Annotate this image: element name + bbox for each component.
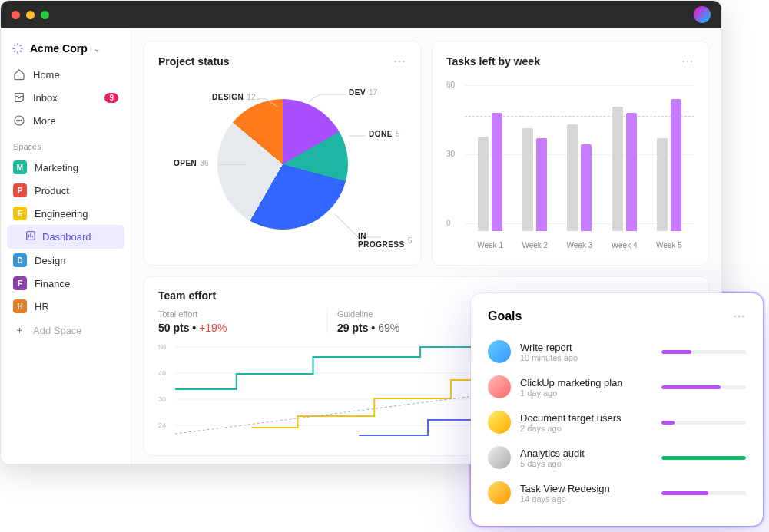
pie-design-value: 12 <box>247 93 255 101</box>
goal-progress <box>661 421 746 425</box>
space-icon: F <box>13 276 27 290</box>
goal-item[interactable]: Document target users 2 days ago <box>488 405 746 440</box>
team-effort-title: Team effort <box>158 289 216 302</box>
bar-group <box>567 124 592 231</box>
line-y-50: 50 <box>158 343 166 351</box>
sidebar-space-marketing[interactable]: MMarketing <box>7 156 124 179</box>
bar-y-30: 30 <box>446 150 455 158</box>
org-switcher[interactable]: Acme Corp ⌄ <box>7 39 124 62</box>
goal-item[interactable]: Write report 10 minutes ago <box>488 334 746 369</box>
goal-item[interactable]: Task View Redesign 14 days ago <box>488 475 746 511</box>
goal-name: Document target users <box>520 412 652 424</box>
close-window-button[interactable] <box>12 11 20 19</box>
goal-progress-fill <box>661 350 691 354</box>
goal-progress-fill <box>661 421 675 425</box>
bar-x-label: Week 4 <box>612 241 638 249</box>
goal-name: Analytics audit <box>520 448 652 459</box>
nav-inbox[interactable]: Inbox 9 <box>7 87 124 108</box>
sidebar-space-hr[interactable]: HHR <box>7 295 124 318</box>
goal-name: Write report <box>520 342 652 353</box>
pie-open-label: OPEN <box>174 159 197 167</box>
bar-x-label: Week 2 <box>522 241 548 249</box>
total-effort-pct: +19% <box>199 322 227 334</box>
goals-menu-button[interactable]: ⋯ <box>733 309 746 323</box>
pie-done-label: DONE <box>369 130 393 138</box>
line-y-30: 30 <box>158 395 166 403</box>
bar-chart: 60 30 0 Week 1Week 2Week 3Week 4Week 5 <box>446 76 694 253</box>
space-icon: H <box>13 299 27 313</box>
goal-item[interactable]: ClickUp marketing plan 1 day ago <box>488 369 746 405</box>
nav-more-label: More <box>33 115 56 127</box>
chevron-down-icon: ⌄ <box>94 45 100 53</box>
pie-chart: DEV17 DONE5 IN PROGRESS5 OPEN36 DESIGN12 <box>158 76 406 253</box>
space-label: HR <box>35 301 49 312</box>
space-label: Finance <box>35 278 70 289</box>
minimize-window-button[interactable] <box>26 11 35 19</box>
goal-progress-fill <box>661 456 746 460</box>
goal-item[interactable]: Analytics audit 5 days ago <box>488 440 746 475</box>
org-name: Acme Corp <box>30 42 88 55</box>
goal-progress <box>661 456 746 460</box>
goal-avatar <box>488 446 511 469</box>
bar-x-label: Week 3 <box>567 241 593 249</box>
guideline-value: 29 pts <box>337 322 368 334</box>
goal-progress <box>661 491 746 495</box>
card-menu-button[interactable]: ⋯ <box>393 54 406 68</box>
space-label: Design <box>35 255 65 266</box>
line-y-40: 40 <box>158 369 166 377</box>
bar <box>478 137 489 231</box>
tasks-left-title: Tasks left by week <box>446 55 540 68</box>
card-menu-button[interactable]: ⋯ <box>681 54 694 68</box>
goal-progress-fill <box>661 385 721 389</box>
goal-name: Task View Redesign <box>520 483 652 494</box>
pie-design-label: DESIGN <box>212 93 244 101</box>
bar-group <box>612 107 637 231</box>
nav-more[interactable]: More <box>7 110 124 131</box>
pie-inprogress-value: 5 <box>408 236 413 245</box>
bar <box>522 128 533 231</box>
more-icon <box>13 114 25 127</box>
add-space-button[interactable]: ＋ Add Space <box>7 319 124 341</box>
sidebar-space-finance[interactable]: FFinance <box>7 272 124 295</box>
bar <box>567 124 578 231</box>
pie-open-value: 36 <box>200 159 208 167</box>
bar-y-0: 0 <box>446 219 451 227</box>
goal-progress <box>661 385 746 389</box>
goal-timestamp: 5 days ago <box>520 459 652 468</box>
dashboard-label: Dashboard <box>42 231 91 243</box>
pie-inprogress-label: IN PROGRESS <box>358 232 405 249</box>
svg-point-3 <box>21 120 22 121</box>
space-icon: P <box>13 183 27 197</box>
nav-home[interactable]: Home <box>7 64 124 85</box>
space-label: Product <box>35 185 69 197</box>
bar-group <box>478 113 502 231</box>
inbox-badge: 9 <box>104 93 118 103</box>
sidebar-dashboard[interactable]: Dashboard <box>7 225 124 249</box>
goal-avatar <box>488 375 511 398</box>
space-icon: D <box>13 253 27 267</box>
sidebar: Acme Corp ⌄ Home Inbox 9 More <box>1 28 131 464</box>
bar <box>581 144 592 231</box>
user-avatar[interactable] <box>694 6 711 23</box>
maximize-window-button[interactable] <box>41 11 49 19</box>
total-effort-value: 50 pts <box>158 322 189 334</box>
dashboard-icon <box>25 230 36 243</box>
sidebar-space-engineering[interactable]: EEngineering <box>7 202 124 225</box>
pie-dev-label: DEV <box>349 88 366 97</box>
nav-home-label: Home <box>33 69 60 81</box>
goals-card: Goals ⋯ Write report 10 minutes ago Clic… <box>471 293 763 526</box>
bar-group <box>657 99 681 231</box>
goal-name: ClickUp marketing plan <box>520 377 652 388</box>
org-logo-icon <box>12 42 24 55</box>
sidebar-space-design[interactable]: DDesign <box>7 249 124 272</box>
add-space-label: Add Space <box>33 325 82 336</box>
guideline-pct: 69% <box>378 322 399 334</box>
space-icon: M <box>13 160 27 174</box>
goal-progress-fill <box>661 491 708 495</box>
goal-progress <box>661 350 746 354</box>
svg-point-2 <box>18 120 19 121</box>
bar <box>492 113 502 231</box>
bar <box>671 99 681 231</box>
project-status-card: Project status ⋯ DEV17 DONE5 IN PROGRESS… <box>144 41 421 266</box>
sidebar-space-product[interactable]: PProduct <box>7 179 124 202</box>
